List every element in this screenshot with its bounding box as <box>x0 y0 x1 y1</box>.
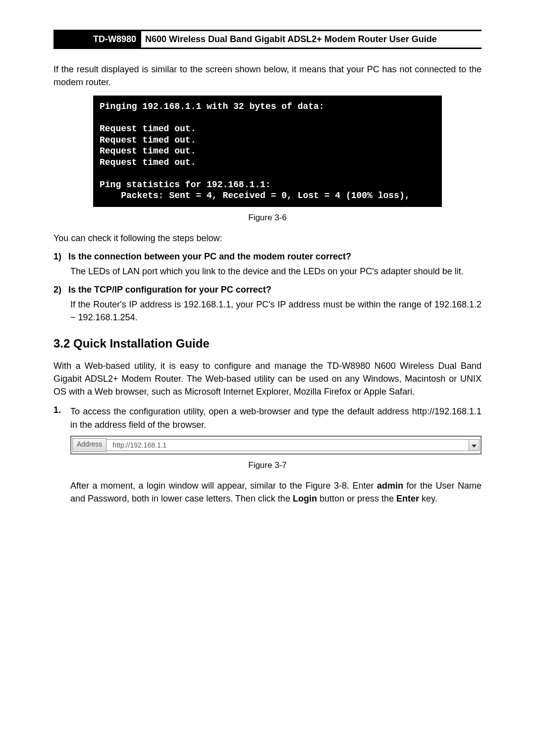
address-bar-figure: Address http://192.168.1.1 <box>70 436 482 454</box>
header-title: N600 Wireless Dual Band Gigabit ADSL2+ M… <box>141 31 482 48</box>
figure-caption-3-6: Figure 3-6 <box>54 213 482 223</box>
chevron-down-icon <box>472 440 477 451</box>
terminal-line: Pinging 192.168.1.1 with 32 bytes of dat… <box>100 101 324 111</box>
question-1: 1) Is the connection between your PC and… <box>54 252 482 262</box>
q1-answer: The LEDs of LAN port which you link to t… <box>70 265 482 278</box>
page-header: TD-W8980 N600 Wireless Dual Band Gigabit… <box>54 30 482 49</box>
section-heading-3-2: 3.2 Quick Installation Guide <box>54 337 482 351</box>
after-text-3: button or press the <box>317 494 396 504</box>
terminal-figure: Pinging 192.168.1.1 with 32 bytes of dat… <box>93 96 442 207</box>
terminal-line: Request timed out. <box>100 135 196 145</box>
terminal-line: Request timed out. <box>100 146 196 156</box>
question-2: 2) Is the TCP/IP configuration for your … <box>54 285 482 295</box>
terminal-output: Pinging 192.168.1.1 with 32 bytes of dat… <box>93 96 442 207</box>
q1-number: 1) <box>54 252 68 262</box>
terminal-line: Packets: Sent = 4, Received = 0, Lost = … <box>100 191 410 201</box>
address-dropdown-button[interactable] <box>469 440 479 451</box>
enter-bold: Enter <box>396 494 419 504</box>
login-instructions: After a moment, a login window will appe… <box>70 479 482 505</box>
after-text-4: key. <box>419 494 437 504</box>
header-model: TD-W8980 <box>54 31 141 48</box>
address-url-input[interactable]: http://192.168.1.1 <box>107 439 480 451</box>
intro-paragraph: If the result displayed is similar to th… <box>54 63 482 89</box>
step1-number: 1. <box>54 405 70 432</box>
after-text-1: After a moment, a login window will appe… <box>70 481 377 491</box>
step1-text: To access the configuration utility, ope… <box>70 405 482 432</box>
terminal-line: Ping statistics for 192.168.1.1: <box>100 180 271 190</box>
svg-marker-0 <box>472 445 477 448</box>
address-url-text: http://192.168.1.1 <box>112 441 166 449</box>
address-label-button[interactable]: Address <box>72 438 107 452</box>
check-steps-intro: You can check it following the steps bel… <box>54 232 482 245</box>
figure-caption-3-7: Figure 3-7 <box>54 460 482 470</box>
login-bold: Login <box>293 494 317 504</box>
admin-bold: admin <box>377 481 403 491</box>
q2-number: 2) <box>54 285 68 295</box>
terminal-line: Request timed out. <box>100 157 196 167</box>
section-intro: With a Web-based utility, it is easy to … <box>54 359 482 398</box>
q1-text: Is the connection between your PC and th… <box>68 252 482 262</box>
q2-text: Is the TCP/IP configuration for your PC … <box>68 285 482 295</box>
q2-answer: If the Router's IP address is 192.168.1.… <box>70 298 482 324</box>
terminal-line: Request timed out. <box>100 124 196 134</box>
step-1: 1. To access the configuration utility, … <box>54 405 482 432</box>
